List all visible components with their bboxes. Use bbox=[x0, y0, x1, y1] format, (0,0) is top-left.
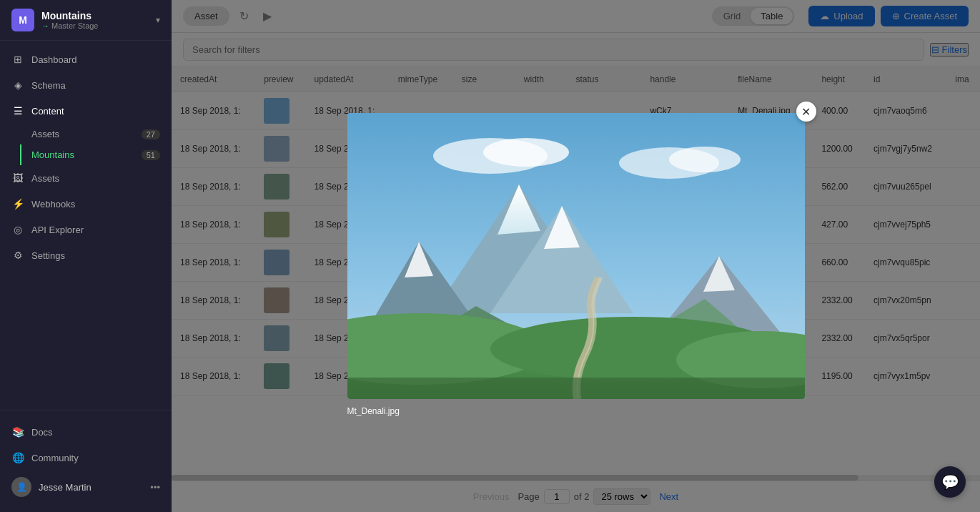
lightbox: ✕ bbox=[347, 113, 805, 399]
settings-icon: ⚙ bbox=[11, 249, 24, 262]
api-explorer-label: API Explorer bbox=[31, 225, 84, 235]
community-label: Community bbox=[31, 453, 79, 463]
sidebar-item-community[interactable]: 🌐 Community bbox=[0, 445, 172, 471]
assets-label: Assets bbox=[31, 173, 59, 184]
webhooks-icon: ⚡ bbox=[11, 197, 24, 210]
user-avatar: 👤 bbox=[11, 477, 31, 497]
close-icon[interactable]: ✕ bbox=[796, 102, 816, 122]
docs-icon: 📚 bbox=[11, 425, 24, 438]
mountains-badge: 51 bbox=[142, 150, 160, 160]
mountains-sub-label: Mountains bbox=[31, 149, 74, 160]
avatar-letter: M bbox=[19, 14, 27, 26]
chat-icon: 💬 bbox=[941, 473, 959, 491]
sidebar-item-dashboard[interactable]: ⊞ Dashboard bbox=[0, 46, 172, 72]
app-stage: → Master Stage bbox=[41, 21, 98, 30]
lightbox-overlay[interactable]: ✕ bbox=[172, 0, 980, 512]
sidebar-item-mountains-sub[interactable]: Mountains 51 bbox=[20, 144, 172, 165]
webhooks-label: Webhooks bbox=[31, 199, 75, 210]
main-content: Asset ↻ ▶ Grid Table ☁ Upload ⊕ Create A… bbox=[172, 0, 980, 512]
svg-rect-19 bbox=[347, 378, 805, 399]
api-explorer-icon: ◎ bbox=[11, 223, 24, 236]
content-label: Content bbox=[31, 106, 64, 117]
app-name: Mountains bbox=[41, 10, 98, 21]
assets-icon: 🖼 bbox=[11, 172, 24, 184]
docs-label: Docs bbox=[31, 427, 53, 438]
content-sub-nav: Assets 27 Mountains 51 bbox=[0, 124, 172, 165]
svg-point-2 bbox=[483, 138, 569, 167]
svg-point-4 bbox=[669, 147, 741, 172]
sidebar-item-api-explorer[interactable]: ◎ API Explorer bbox=[0, 217, 172, 242]
sidebar-bottom: 📚 Docs 🌐 Community 👤 Jesse Martin ••• bbox=[0, 410, 172, 512]
image-filename-label: Mt_Denali.jpg bbox=[347, 406, 400, 416]
sidebar: M Mountains → Master Stage ▾ ⊞ Dashboard… bbox=[0, 0, 172, 512]
user-name: Jesse Martin bbox=[39, 482, 91, 493]
user-footer: 👤 Jesse Martin ••• bbox=[0, 471, 172, 503]
sidebar-header[interactable]: M Mountains → Master Stage ▾ bbox=[0, 0, 172, 41]
more-options-icon[interactable]: ••• bbox=[150, 482, 160, 493]
settings-label: Settings bbox=[31, 250, 65, 261]
sidebar-item-schema[interactable]: ◈ Schema bbox=[0, 72, 172, 98]
assets-badge: 27 bbox=[142, 129, 160, 139]
lightbox-image bbox=[347, 113, 805, 399]
app-avatar: M bbox=[11, 9, 34, 31]
sidebar-item-assets-sub[interactable]: Assets 27 bbox=[31, 124, 172, 144]
dashboard-label: Dashboard bbox=[31, 54, 77, 65]
sidebar-item-assets[interactable]: 🖼 Assets bbox=[0, 165, 172, 191]
sidebar-item-docs[interactable]: 📚 Docs bbox=[0, 419, 172, 445]
community-icon: 🌐 bbox=[11, 451, 24, 464]
assets-sub-label: Assets bbox=[31, 129, 59, 139]
app-info: Mountains → Master Stage bbox=[41, 10, 98, 30]
sidebar-item-webhooks[interactable]: ⚡ Webhooks bbox=[0, 191, 172, 217]
sidebar-item-settings[interactable]: ⚙ Settings bbox=[0, 242, 172, 268]
content-icon: ☰ bbox=[11, 104, 24, 117]
schema-icon: ◈ bbox=[11, 79, 24, 92]
schema-label: Schema bbox=[31, 80, 66, 91]
chat-bubble[interactable]: 💬 bbox=[934, 466, 966, 498]
chevron-down-icon: ▾ bbox=[156, 15, 160, 25]
sidebar-item-content[interactable]: ☰ Content bbox=[0, 98, 172, 124]
sidebar-nav: ⊞ Dashboard ◈ Schema ☰ Content Assets 27… bbox=[0, 41, 172, 410]
dashboard-icon: ⊞ bbox=[11, 53, 24, 66]
